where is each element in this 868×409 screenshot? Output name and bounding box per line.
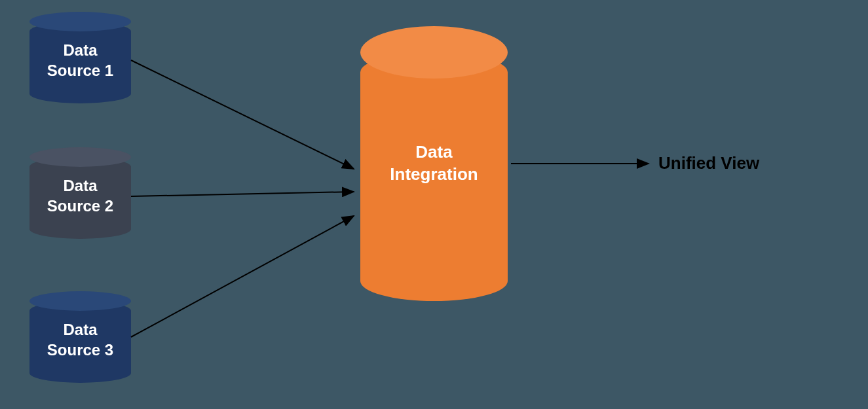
- data-source-3-node: DataSource 3: [29, 291, 131, 383]
- data-source-2-node: DataSource 2: [29, 147, 131, 239]
- data-source-2-label: DataSource 2: [47, 175, 113, 216]
- arrow-source3-to-integration: [131, 216, 354, 337]
- data-integration-node: DataIntegration: [360, 26, 508, 301]
- data-source-1-node: DataSource 1: [29, 12, 131, 103]
- data-integration-label: DataIntegration: [390, 141, 478, 186]
- arrow-source1-to-integration: [131, 60, 354, 169]
- arrow-source2-to-integration: [131, 192, 354, 196]
- data-source-1-label: DataSource 1: [47, 40, 113, 80]
- data-source-3-label: DataSource 3: [47, 319, 113, 360]
- unified-view-label: Unified View: [658, 153, 759, 173]
